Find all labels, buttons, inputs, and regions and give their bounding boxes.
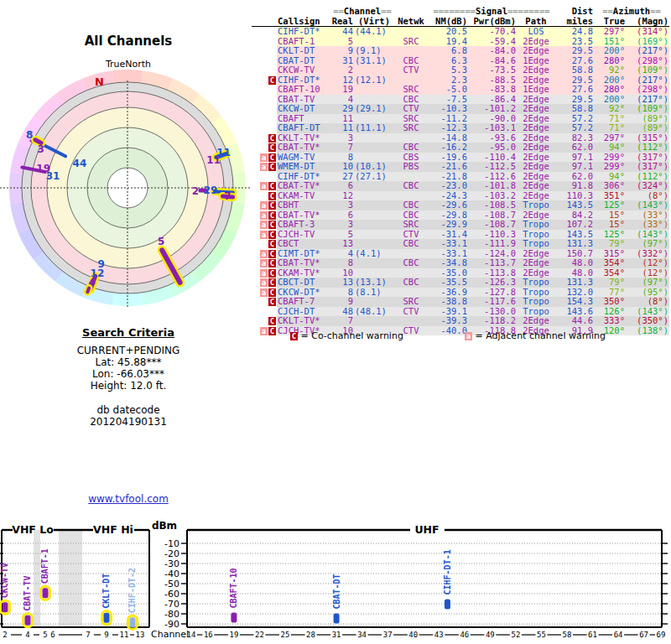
- co-channel-warning-icon: C: [268, 153, 276, 162]
- adjacent-channel-legend: a = Adjacent channel warning: [464, 330, 606, 341]
- adjacent-warning-icon: a: [260, 231, 268, 239]
- noise-margin-cell: 2.3: [428, 75, 468, 86]
- real-channel-cell: 3: [330, 200, 354, 210]
- co-channel-warning-icon: C: [268, 240, 276, 248]
- true-azimuth-cell: 200°: [594, 95, 626, 105]
- noise-margin-cell: -40.0: [428, 326, 468, 336]
- true-azimuth-cell: 125°: [594, 200, 626, 210]
- co-channel-warning-icon: C: [268, 211, 276, 220]
- virtual-channel-cell: [354, 268, 394, 278]
- distance-cell: 143.5: [555, 200, 594, 210]
- path-cell: 2Edge: [517, 258, 555, 268]
- virtual-channel-cell: [354, 191, 394, 201]
- true-azimuth-cell: 354°: [594, 258, 626, 268]
- callsign-cell: CBAT-TV*: [277, 143, 330, 153]
- co-channel-warning-icon: C: [268, 192, 276, 200]
- real-channel-cell: 8: [330, 258, 354, 268]
- channel-tick-label: 2: [3, 631, 7, 639]
- warning-flags: aC: [252, 268, 277, 278]
- true-azimuth-cell: 280°: [594, 56, 626, 66]
- real-channel-cell: 3: [330, 133, 354, 143]
- network-cell: SRC: [394, 297, 428, 307]
- dbm-tick-label: -90: [164, 619, 179, 630]
- warning-flags: aC: [252, 249, 277, 259]
- table-row: aCCKCW-DT*8(8.1)-36.9-127.8Tropo132.077°…: [252, 288, 669, 298]
- path-cell: Tropo: [517, 230, 555, 240]
- true-azimuth-cell: 79°: [594, 278, 626, 288]
- station-bar-label: CKCW-TV: [1, 563, 10, 598]
- true-azimuth-cell: 306°: [594, 181, 626, 191]
- table-row: CCIHF-DT*12(12.1)2.3-88.52Edge29.5200°(2…: [252, 75, 669, 86]
- real-channel-cell: 11: [330, 114, 354, 124]
- path-cell: 2Edge: [517, 104, 555, 114]
- callsign-cell: WAGM-TV: [277, 153, 330, 163]
- table-row: aCCBHT3CBC-29.6-108.5Tropo143.5125°(143°…: [252, 200, 669, 210]
- network-cell: CTV: [394, 65, 428, 75]
- power-cell: -113.7: [468, 258, 517, 268]
- true-azimuth-cell: 71°: [594, 123, 626, 133]
- true-azimuth-cell: 92°: [594, 104, 626, 114]
- noise-margin-cell: -39.1: [428, 307, 468, 317]
- path-cell: Tropo: [517, 297, 555, 307]
- callsign-cell: CKLT-DT: [277, 46, 330, 56]
- magnetic-azimuth-cell: (8°): [626, 297, 669, 307]
- table-row: aCCBAT-TV*6CBC-29.8-108.72Edge84.215°(33…: [252, 210, 669, 221]
- station-bar: [334, 614, 340, 624]
- virtual-channel-cell: [354, 210, 394, 221]
- real-channel-cell: 44: [330, 27, 354, 37]
- db-datecode: db datecode 201204190131: [0, 404, 257, 428]
- station-bar: [3, 602, 8, 612]
- warning-flags: aC: [252, 288, 277, 298]
- distance-cell: 143.5: [555, 230, 594, 240]
- header-channel-group: ==Channel==: [330, 7, 394, 17]
- network-cell: [394, 27, 428, 37]
- noise-margin-cell: -16.2: [428, 143, 468, 153]
- true-azimuth-cell: 79°: [594, 239, 626, 249]
- noise-margin-cell: -7.5: [428, 95, 468, 105]
- power-cell: -103.1: [468, 123, 517, 133]
- co-channel-warning-icon: C: [268, 317, 276, 325]
- warning-flags: aC: [252, 181, 277, 191]
- magnetic-azimuth-cell: (143°): [626, 307, 669, 317]
- table-row: CBAFT11SRC-11.2-90.02Edge57.271°(89°): [252, 114, 669, 124]
- adjacent-warning-icon: a: [260, 259, 268, 267]
- noise-margin-cell: -29.6: [428, 200, 468, 210]
- true-azimuth-cell: 94°: [594, 143, 626, 153]
- callsign-cell: CIHF-DT*: [277, 75, 330, 86]
- network-cell: SRC: [394, 220, 428, 230]
- table-row: CBAT-DT31(31.1)CBC6.3-84.61Edge27.6280°(…: [252, 56, 669, 66]
- callsign-cell: CBHT: [277, 200, 330, 210]
- channel-tick-label: 52: [511, 631, 520, 639]
- path-cell: 2Edge: [517, 268, 555, 278]
- table-row: aCCBCT-DT13(13.1)CBC-35.5-126.3Tropo131.…: [252, 278, 669, 288]
- signal-table: ==Channel== ========Signal======== Dist …: [252, 7, 669, 335]
- distance-cell: 62.0: [555, 172, 594, 182]
- magnetic-azimuth-cell: (95°): [626, 288, 669, 298]
- noise-margin-cell: -21.6: [428, 162, 468, 172]
- noise-margin-cell: -34.8: [428, 258, 468, 268]
- co-channel-warning-icon: C: [268, 327, 276, 335]
- co-channel-warning-icon: C: [268, 288, 276, 297]
- channel-tick-label: 46: [460, 631, 469, 639]
- magnetic-azimuth-cell: (350°): [626, 316, 669, 326]
- distance-cell: 58.8: [555, 104, 594, 114]
- path-cell: 2Edge: [517, 114, 555, 124]
- true-azimuth-cell: 200°: [594, 46, 626, 56]
- warning-flags: [252, 95, 277, 105]
- distance-cell: 27.6: [555, 85, 594, 95]
- warning-flags: aC: [252, 326, 277, 336]
- warning-flags: C: [252, 316, 277, 326]
- distance-cell: 91.8: [555, 181, 594, 191]
- true-azimuth-cell: 351°: [594, 191, 626, 201]
- distance-cell: 132.0: [555, 288, 594, 298]
- search-height: Height: 12.0 ft.: [0, 380, 257, 392]
- virtual-channel-cell: (13.1): [354, 278, 394, 288]
- callsign-cell: CIMT-DT*: [277, 249, 330, 259]
- table-row: CCKAM-TV12-24.3-103.22Edge110.3351°(8°): [252, 191, 669, 201]
- distance-cell: 23.5: [555, 37, 594, 47]
- virtual-channel-cell: [354, 153, 394, 163]
- noise-margin-cell: -39.3: [428, 316, 468, 326]
- tvfool-link[interactable]: www.tvfool.com: [88, 493, 169, 505]
- distance-cell: 97.1: [555, 153, 594, 163]
- power-cell: -101.2: [468, 104, 517, 114]
